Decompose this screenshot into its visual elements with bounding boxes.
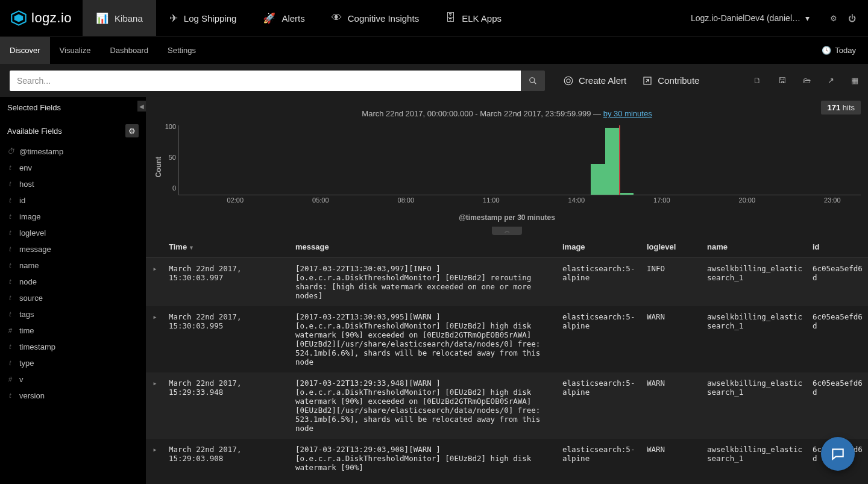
grid-icon[interactable]: ▦ xyxy=(851,76,858,85)
new-search-icon[interactable]: 🗋 xyxy=(753,76,761,85)
col-loglevel[interactable]: loglevel xyxy=(642,236,702,258)
account-menu[interactable]: Logz.io-DanielDev4 (daniel… ▾ xyxy=(682,0,818,36)
col-message[interactable]: message xyxy=(291,236,558,258)
field-message[interactable]: tmessage xyxy=(0,241,146,257)
clock-icon: 🕓 xyxy=(822,46,831,55)
field-type-icon: t xyxy=(7,359,13,368)
field-type-icon: t xyxy=(7,391,13,400)
search-icon xyxy=(529,77,537,85)
fields-sidebar: ◀ Selected Fields Available Fields ⚙ ⏱@t… xyxy=(0,97,146,484)
tab-icon: 🗄 xyxy=(445,12,456,24)
sub-nav: DiscoverVisualizeDashboardSettings 🕓 Tod… xyxy=(0,36,868,64)
fields-settings-icon[interactable]: ⚙ xyxy=(125,124,139,137)
field-type-icon: t xyxy=(7,245,13,254)
histogram-bar[interactable] xyxy=(605,128,620,195)
subtab-visualize[interactable]: Visualize xyxy=(50,37,101,64)
discover-content: 171 hits March 22nd 2017, 00:00:00.000 -… xyxy=(146,97,868,484)
search-input[interactable] xyxy=(10,71,521,91)
expand-row-icon[interactable]: ▸ xyxy=(146,258,164,307)
field-time[interactable]: #time xyxy=(0,322,146,339)
search-button[interactable] xyxy=(521,71,545,91)
tab-kibana[interactable]: 📊Kibana xyxy=(83,0,156,36)
tab-alerts[interactable]: 🚀Alerts xyxy=(250,0,318,36)
field-source[interactable]: tsource xyxy=(0,290,146,306)
field-type-icon: t xyxy=(7,196,13,205)
alert-icon xyxy=(563,75,574,86)
col-image[interactable]: image xyxy=(558,236,642,258)
available-fields-header: Available Fields xyxy=(7,127,62,136)
save-search-icon[interactable]: 🖫 xyxy=(778,76,786,85)
field-type-icon: t xyxy=(7,277,13,286)
col-id[interactable]: id xyxy=(808,236,868,258)
field-id[interactable]: tid xyxy=(0,192,146,209)
expand-row-icon[interactable]: ▸ xyxy=(146,372,164,439)
tab-icon: ✈ xyxy=(169,12,178,25)
brand-text: logz.io xyxy=(31,10,72,26)
tab-icon: 👁 xyxy=(332,12,342,24)
collapse-chart-handle[interactable]: ︿ xyxy=(492,227,522,235)
field-env[interactable]: tenv xyxy=(0,160,146,176)
table-row: ▸March 22nd 2017, 15:30:03.997[2017-03-2… xyxy=(146,258,868,307)
col-time[interactable]: Time▼ xyxy=(164,236,291,258)
tab-elk-apps[interactable]: 🗄ELK Apps xyxy=(432,0,515,36)
gear-icon[interactable]: ⚙ xyxy=(830,14,837,23)
field-loglevel[interactable]: tloglevel xyxy=(0,225,146,241)
x-axis-title: @timestamp per 30 minutes xyxy=(146,212,868,227)
table-row: ▸March 22nd 2017, 15:29:33.948[2017-03-2… xyxy=(146,372,868,439)
tab-icon: 🚀 xyxy=(263,12,275,25)
chat-widget[interactable] xyxy=(821,437,855,471)
field-timestamp[interactable]: ttimestamp xyxy=(0,339,146,355)
subtab-settings[interactable]: Settings xyxy=(158,37,206,64)
create-alert-button[interactable]: Create Alert xyxy=(563,75,626,86)
field-type-icon: t xyxy=(7,342,13,351)
col-name[interactable]: name xyxy=(702,236,808,258)
field-name[interactable]: tname xyxy=(0,257,146,274)
now-marker xyxy=(619,125,620,195)
field-tags[interactable]: ttags xyxy=(0,306,146,322)
time-range-label: March 22nd 2017, 00:00:00.000 - March 22… xyxy=(146,97,868,122)
field-type-icon: t xyxy=(7,212,13,221)
collapse-sidebar[interactable]: ◀ xyxy=(137,101,146,112)
field-version[interactable]: tversion xyxy=(0,388,146,404)
chat-icon xyxy=(830,446,846,462)
field-type-icon: t xyxy=(7,310,13,319)
field-type-icon: t xyxy=(7,261,13,270)
logo-icon xyxy=(11,10,27,26)
brand-logo[interactable]: logz.io xyxy=(0,0,83,36)
tab-cognitive-insights[interactable]: 👁Cognitive Insights xyxy=(318,0,432,36)
field-image[interactable]: timage xyxy=(0,209,146,225)
field-type[interactable]: ttype xyxy=(0,355,146,371)
svg-point-4 xyxy=(564,77,573,85)
share-icon[interactable]: ↗ xyxy=(828,76,834,85)
time-picker[interactable]: 🕓 Today xyxy=(810,37,868,64)
subtab-dashboard[interactable]: Dashboard xyxy=(100,37,158,64)
table-row: ▸March 22nd 2017, 15:29:03.908[2017-03-2… xyxy=(146,439,868,478)
field-type-icon: t xyxy=(7,228,13,237)
field-type-icon: # xyxy=(7,326,13,335)
subtab-discover[interactable]: Discover xyxy=(0,37,50,64)
tab-log-shipping[interactable]: ✈Log Shipping xyxy=(156,0,250,36)
field-v[interactable]: #v xyxy=(0,371,146,388)
sort-desc-icon: ▼ xyxy=(189,245,194,251)
tab-icon: 📊 xyxy=(96,12,108,25)
field-host[interactable]: thost xyxy=(0,176,146,192)
field-type-icon: t xyxy=(7,163,13,172)
field-type-icon: # xyxy=(7,375,13,384)
expand-row-icon[interactable]: ▸ xyxy=(146,439,164,478)
histogram-bar[interactable] xyxy=(619,193,634,195)
contribute-icon xyxy=(642,75,653,86)
field-timestamp[interactable]: ⏱@timestamp xyxy=(0,143,146,160)
field-type-icon: t xyxy=(7,294,13,303)
histogram-chart[interactable]: Count 050100 02:0005:0008:0011:0014:0017… xyxy=(146,122,868,212)
histogram-bar[interactable] xyxy=(591,164,605,195)
chevron-down-icon: ▾ xyxy=(805,13,810,23)
interval-link[interactable]: by 30 minutes xyxy=(603,109,652,118)
contribute-button[interactable]: Contribute xyxy=(642,75,699,86)
account-label: Logz.io-DanielDev4 (daniel… xyxy=(691,13,800,23)
field-type-icon: ⏱ xyxy=(7,147,13,156)
logout-icon[interactable]: ⏻ xyxy=(848,14,856,23)
expand-row-icon[interactable]: ▸ xyxy=(146,306,164,372)
open-search-icon[interactable]: 🗁 xyxy=(803,76,811,85)
selected-fields-header: Selected Fields xyxy=(7,103,61,112)
field-node[interactable]: tnode xyxy=(0,274,146,290)
